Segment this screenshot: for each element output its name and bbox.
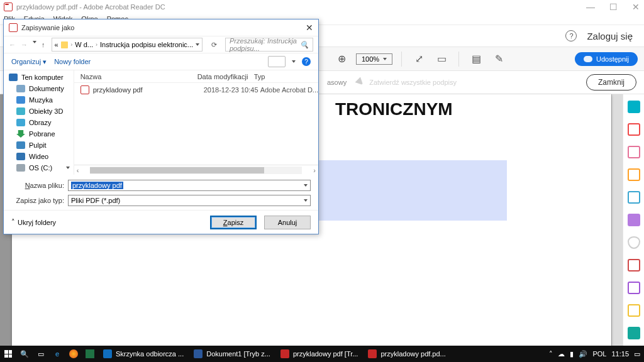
tray-notifications-icon[interactable]: ▭ [634, 350, 640, 358]
rail-organize-icon[interactable] [628, 214, 640, 226]
h-scrollbar[interactable]: ‹ › [74, 165, 318, 175]
search-icon[interactable]: 🔍 [16, 346, 33, 362]
nav-back-icon[interactable]: ← [9, 41, 16, 48]
folder-tree[interactable]: Ten komputer Dokumenty Muzyka Obiekty 3D… [4, 70, 74, 175]
tree-drive-c[interactable]: OS (C:) [29, 164, 52, 172]
login-button[interactable]: Zaloguj się [584, 30, 635, 43]
tree-desktop[interactable]: Pulpit [29, 141, 47, 149]
new-folder-button[interactable]: Nowy folder [54, 58, 91, 65]
tray-network-icon[interactable]: ▮ [570, 350, 574, 358]
nav-forward-icon[interactable]: → [21, 41, 28, 48]
close-window-button[interactable]: ✕ [631, 3, 640, 11]
chevron-down-icon[interactable] [292, 60, 296, 63]
panel-close-button[interactable]: Zamknij [586, 74, 636, 90]
rail-fillsign-icon[interactable] [628, 282, 640, 294]
window-title: przykladowy pdf.pdf - Adobe Acrobat Read… [16, 3, 165, 11]
tree-videos[interactable]: Wideo [29, 153, 48, 160]
dialog-title: Zapisywanie jako [21, 24, 74, 31]
refresh-icon[interactable]: ⟳ [209, 41, 219, 49]
help-icon[interactable]: ? [565, 30, 577, 41]
rail-editpdf-icon[interactable] [628, 146, 640, 158]
chevron-down-icon[interactable] [196, 43, 199, 46]
zoom-combo[interactable]: 100% [356, 53, 392, 65]
filename-label: Nazwa pliku: [11, 182, 68, 189]
edge-icon[interactable]: e [49, 346, 65, 362]
file-list: Nazwa Data modyfikacji Typ przykladowy p… [74, 70, 318, 175]
rail-comment-icon[interactable] [628, 168, 640, 181]
fit-width-icon[interactable]: ⤢ [411, 51, 427, 67]
rail-send-icon[interactable] [628, 304, 640, 317]
task-view-icon[interactable]: ▭ [33, 346, 49, 362]
rail-protect-icon[interactable] [628, 236, 640, 249]
hide-folders-toggle[interactable]: ˄ Ukryj foldery [11, 218, 56, 226]
save-as-dialog: Zapisywanie jako ✕ ← → ↑ « › W d... › In… [3, 19, 319, 234]
acrobat-icon [4, 3, 13, 11]
tree-3dobjects[interactable]: Obiekty 3D [29, 107, 63, 115]
tray-time[interactable]: 11:15 [611, 350, 629, 358]
rail-createpdf-icon[interactable] [628, 123, 640, 136]
acrobat-icon [9, 23, 18, 32]
taskbar-outlook[interactable]: Skrzynka odbiorcza ... [98, 347, 189, 361]
rail-export-icon[interactable] [628, 101, 640, 113]
col-name[interactable]: Nazwa [74, 73, 197, 80]
excel-icon[interactable] [82, 346, 98, 362]
tree-music[interactable]: Muzyka [29, 96, 53, 104]
rail-stamp-icon[interactable] [628, 327, 640, 339]
file-row[interactable]: przykladowy pdf 2018-12-23 10:45 Adobe A… [74, 83, 318, 97]
maximize-button[interactable]: ☐ [609, 3, 618, 11]
tray-volume-icon[interactable]: 🔊 [579, 350, 587, 358]
organize-menu[interactable]: Organizuj ▾ [11, 58, 47, 66]
col-date[interactable]: Data modyfikacji [197, 73, 254, 80]
windows-taskbar: 🔍 ▭ e Skrzynka odbiorcza ... Dokument1 [… [0, 346, 644, 362]
tray-onedrive-icon[interactable]: ☁ [558, 350, 565, 358]
taskbar-word[interactable]: Dokument1 [Tryb z... [189, 347, 275, 361]
minimize-button[interactable]: — [586, 3, 595, 11]
firefox-icon[interactable] [65, 346, 82, 362]
chevron-up-icon: ˄ [11, 218, 15, 226]
zoom-in-icon[interactable]: ⊕ [333, 51, 350, 67]
pdf-file-icon [80, 85, 89, 94]
panel-label-tail: asowy [327, 79, 347, 86]
rail-combine-icon[interactable] [628, 191, 640, 204]
cancel-button[interactable]: Anuluj [264, 216, 311, 229]
chevron-down-icon [383, 58, 387, 60]
help-icon[interactable]: ? [302, 57, 311, 66]
zoom-value: 100% [362, 55, 379, 63]
titlebar: przykladowy pdf.pdf - Adobe Acrobat Read… [0, 0, 644, 13]
chevron-down-icon[interactable] [304, 184, 308, 187]
search-input[interactable]: Przeszukaj: Instruckja podpisu... 🔍 [225, 38, 313, 52]
approve-all-signatures[interactable]: Zatwierdź wszystkie podpisy [355, 77, 457, 87]
vertical-scrollbar[interactable] [611, 94, 623, 362]
search-icon: 🔍 [300, 41, 309, 49]
filetype-label: Zapisz jako typ: [11, 197, 68, 204]
cloud-up-icon [584, 56, 592, 62]
sign-icon[interactable]: ✎ [491, 51, 507, 67]
dialog-close-button[interactable]: ✕ [306, 23, 313, 33]
filename-input[interactable]: przykladowy pdf [68, 180, 311, 191]
share-button[interactable]: Udostępnij [575, 52, 638, 66]
tree-pictures[interactable]: Obrazy [29, 119, 51, 126]
taskbar-pdf-1[interactable]: przykladowy pdf [Tr... [275, 347, 364, 361]
view-mode-button[interactable] [268, 56, 286, 67]
rail-compress-icon[interactable] [628, 259, 640, 272]
tree-this-pc[interactable]: Ten komputer [21, 74, 64, 81]
comment-icon[interactable]: ▤ [468, 51, 484, 67]
save-button[interactable]: Zapisz [210, 216, 257, 229]
tree-downloads[interactable]: Pobrane [29, 130, 55, 138]
pen-icon [355, 77, 365, 87]
tray-lang[interactable]: POL [592, 350, 606, 358]
breadcrumb[interactable]: « › W d... › Instruckja podpisu elektron… [52, 38, 203, 52]
filetype-combo[interactable]: Pliki PDF (*.pdf) [68, 195, 311, 206]
doc-heading-visible-tail: TRONICZNYM [335, 99, 453, 119]
col-type[interactable]: Typ [254, 73, 318, 80]
tray-chevron-up-icon[interactable]: ˄ [549, 350, 553, 358]
tree-documents[interactable]: Dokumenty [29, 85, 64, 92]
page-view-icon[interactable]: ▭ [433, 51, 450, 67]
chevron-down-icon[interactable] [304, 199, 308, 202]
tools-rail [623, 94, 644, 362]
nav-up-icon[interactable]: ↑ [42, 41, 45, 48]
start-button[interactable] [0, 346, 16, 362]
taskbar-pdf-2[interactable]: przykladowy pdf.pd... [363, 347, 450, 361]
folder-icon [61, 41, 69, 48]
history-dropdown-icon[interactable] [33, 41, 36, 43]
